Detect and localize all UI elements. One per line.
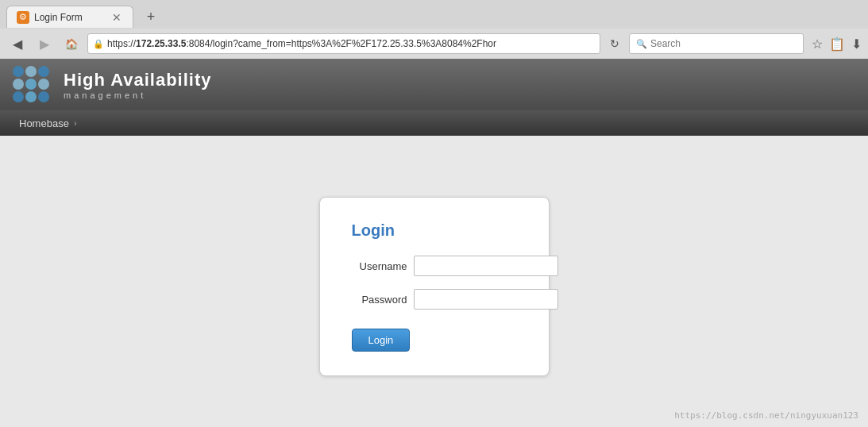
active-tab[interactable]: Login Form ✕ [6, 6, 133, 28]
login-card: Login Username Password Login [319, 197, 550, 376]
search-input[interactable] [650, 38, 762, 49]
nav-chevron-icon: › [74, 118, 77, 128]
password-input[interactable] [414, 289, 558, 310]
url-prefix: https:// [107, 38, 136, 49]
page-content: High Availability management Homebase › … [0, 59, 868, 427]
bookmark-star-icon[interactable]: ☆ [812, 37, 823, 52]
nav-item-label: Homebase [19, 117, 69, 129]
lock-icon: 🔒 [93, 39, 104, 49]
logo-circle [13, 66, 24, 77]
address-bar-row: ◀ ▶ 🏠 🔒 https://172.25.33.5:8084/login?c… [0, 29, 868, 59]
address-bar[interactable]: 🔒 https://172.25.33.5:8084/login?came_fr… [87, 33, 600, 54]
login-form-title: Login [352, 221, 517, 240]
back-button[interactable]: ◀ [6, 33, 29, 55]
main-content: Login Username Password Login [0, 136, 868, 427]
address-text: https://172.25.33.5:8084/login?came_from… [107, 38, 595, 49]
browser-chrome: Login Form ✕ + ◀ ▶ 🏠 🔒 https://172.25.33… [0, 0, 868, 59]
logo-circle [38, 66, 49, 77]
search-bar[interactable]: 🔍 [629, 33, 804, 54]
search-icon: 🔍 [636, 39, 647, 49]
app-title: High Availability [64, 70, 212, 90]
watermark: https://blog.csdn.net/ningyuxuan123 [674, 410, 858, 421]
password-row: Password [352, 289, 517, 310]
logo-circle [13, 79, 24, 90]
url-suffix: :8084/login?came_from=https%3A%2F%2F172.… [186, 38, 496, 49]
logo-circle [13, 91, 24, 102]
login-button[interactable]: Login [352, 329, 411, 352]
tab-favicon [17, 11, 29, 24]
logo-circle [25, 91, 37, 102]
logo-circle [38, 79, 49, 90]
tab-close-button[interactable]: ✕ [110, 11, 123, 24]
app-logo [13, 66, 51, 104]
home-button[interactable]: 🏠 [60, 33, 83, 55]
nav-item-homebase[interactable]: Homebase › [10, 114, 87, 133]
logo-circle [25, 79, 37, 90]
forward-button[interactable]: ▶ [33, 33, 56, 55]
tab-bar: Login Form ✕ + [0, 0, 868, 29]
username-input[interactable] [414, 256, 558, 276]
logo-circle [25, 66, 37, 77]
app-header: High Availability management [0, 59, 868, 110]
password-label: Password [352, 294, 407, 306]
refresh-button[interactable]: ↻ [605, 34, 624, 53]
toolbar-icons: ☆ 📋 ⬇ [812, 37, 862, 52]
nav-bar: Homebase › [0, 110, 868, 136]
url-bold: 172.25.33.5 [136, 38, 186, 49]
new-tab-button[interactable]: + [140, 6, 162, 28]
app-title-block: High Availability management [64, 70, 212, 100]
username-label: Username [352, 260, 407, 272]
logo-circle [38, 91, 49, 102]
reading-list-icon[interactable]: 📋 [829, 37, 845, 52]
tab-title: Login Form [34, 12, 106, 23]
app-subtitle: management [64, 90, 212, 100]
username-row: Username [352, 256, 517, 276]
pocket-icon[interactable]: ⬇ [851, 37, 862, 52]
